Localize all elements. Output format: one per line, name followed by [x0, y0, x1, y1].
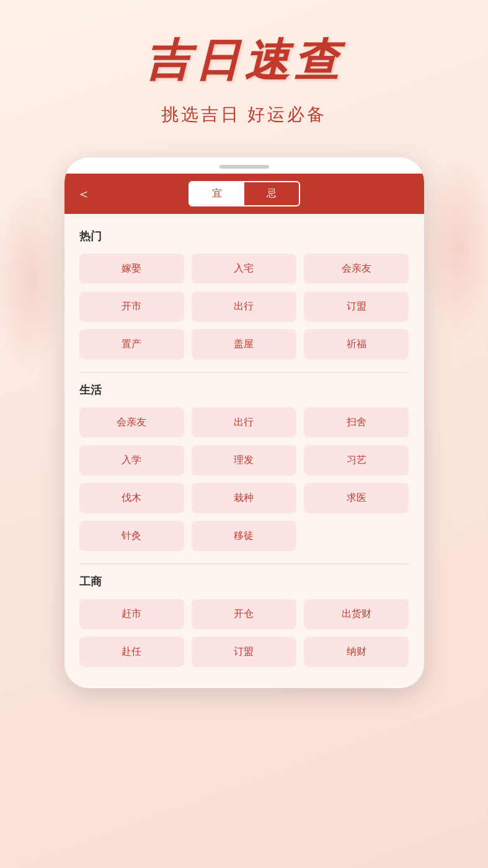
- divider-2: [79, 564, 409, 564]
- tag-life-saoshe[interactable]: 扫舍: [304, 407, 409, 438]
- tag-biz-furen[interactable]: 赴任: [79, 637, 184, 667]
- page-title: 吉日速查: [145, 31, 344, 91]
- tag-gaiwu[interactable]: 盖屋: [192, 329, 296, 360]
- section-business-title: 工商: [79, 574, 409, 589]
- section-hot-title: 热门: [79, 229, 409, 244]
- page-subtitle: 挑选吉日 好运必备: [161, 103, 327, 126]
- page-wrapper: 吉日速查 挑选吉日 好运必备 ＜ 宜 忌 热门 嫁娶 入宅 会亲友: [0, 0, 488, 688]
- tag-ruzhai[interactable]: 入宅: [192, 254, 296, 284]
- divider-1: [79, 372, 409, 373]
- tab-yi[interactable]: 宜: [190, 182, 244, 205]
- tag-life-zaizhong[interactable]: 栽种: [192, 483, 296, 513]
- tag-life-lifa[interactable]: 理发: [192, 445, 296, 476]
- tag-biz-nacai[interactable]: 纳财: [304, 637, 409, 667]
- tab-ji[interactable]: 忌: [244, 182, 299, 205]
- tag-life-famu[interactable]: 伐木: [79, 483, 184, 513]
- tag-chuxing[interactable]: 出行: [192, 291, 296, 322]
- tag-zhichan[interactable]: 置产: [79, 329, 184, 360]
- section-life-title: 生活: [79, 383, 409, 397]
- tag-qifu[interactable]: 祈福: [304, 329, 409, 360]
- phone-notch: [220, 165, 269, 169]
- phone-frame: ＜ 宜 忌 热门 嫁娶 入宅 会亲友 开市 出行 订盟 置产 盖屋: [64, 157, 424, 688]
- tag-life-ruxue[interactable]: 入学: [79, 445, 184, 476]
- tag-biz-ganshi[interactable]: 赶市: [79, 599, 184, 629]
- section-business: 工商 赶市 开仓 出货财 赴任 订盟 纳财: [79, 574, 409, 667]
- tag-biz-kaicang[interactable]: 开仓: [192, 599, 296, 629]
- tag-life-zhenjiu[interactable]: 针灸: [79, 521, 184, 551]
- tag-huiqinyou[interactable]: 会亲友: [304, 254, 409, 284]
- hot-tag-grid: 嫁娶 入宅 会亲友 开市 出行 订盟 置产 盖屋 祈福: [79, 254, 409, 360]
- app-content: 热门 嫁娶 入宅 会亲友 开市 出行 订盟 置产 盖屋 祈福 生活 会: [64, 214, 424, 688]
- tag-life-chuxing[interactable]: 出行: [192, 407, 296, 438]
- tag-biz-chuhuo[interactable]: 出货财: [304, 599, 409, 629]
- section-hot: 热门 嫁娶 入宅 会亲友 开市 出行 订盟 置产 盖屋 祈福: [79, 229, 409, 360]
- phone-top-bar: [64, 157, 424, 174]
- tab-group: 宜 忌: [189, 181, 300, 206]
- life-tag-grid: 会亲友 出行 扫舍 入学 理发 习艺 伐木 栽种 求医 针灸 移徒: [79, 407, 409, 551]
- tag-life-qiuyi[interactable]: 求医: [304, 483, 409, 513]
- tag-dingmeng[interactable]: 订盟: [304, 291, 409, 322]
- tag-kaishi[interactable]: 开市: [79, 291, 184, 322]
- tag-life-huiqinyou[interactable]: 会亲友: [79, 407, 184, 438]
- business-tag-grid: 赶市 开仓 出货财 赴任 订盟 纳财: [79, 599, 409, 667]
- section-life: 生活 会亲友 出行 扫舍 入学 理发 习艺 伐木 栽种 求医 针灸 移徒: [79, 383, 409, 551]
- tag-biz-dingmeng[interactable]: 订盟: [192, 637, 296, 667]
- tag-life-yitu[interactable]: 移徒: [192, 521, 296, 551]
- back-button[interactable]: ＜: [77, 185, 91, 203]
- tag-jiajuan[interactable]: 嫁娶: [79, 254, 184, 284]
- tag-life-xiyi[interactable]: 习艺: [304, 445, 409, 476]
- app-header: ＜ 宜 忌: [64, 174, 424, 214]
